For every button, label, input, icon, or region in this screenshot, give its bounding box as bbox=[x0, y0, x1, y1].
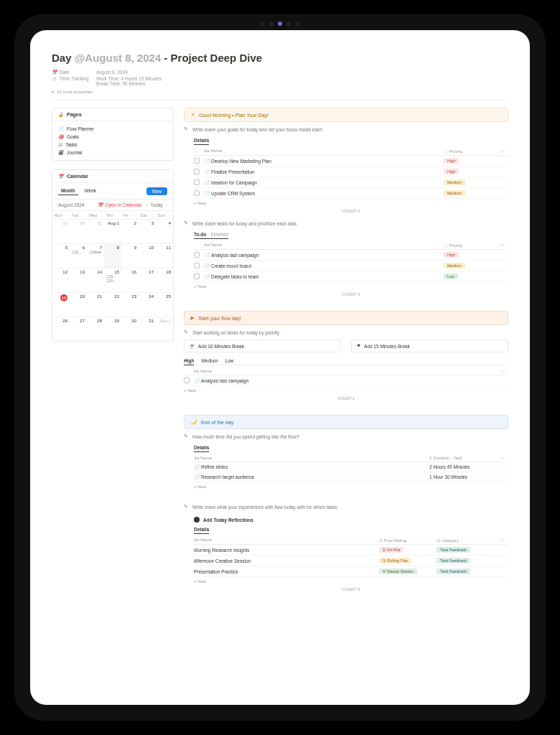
view-tab[interactable]: To-do bbox=[194, 232, 207, 237]
cal-day[interactable]: Aug 1 bbox=[104, 219, 121, 243]
cal-day[interactable]: 10 bbox=[139, 243, 156, 268]
checkbox[interactable] bbox=[194, 273, 200, 279]
check-icon bbox=[58, 142, 62, 147]
tab-month[interactable]: Month bbox=[58, 187, 78, 195]
view-tab[interactable]: Details bbox=[194, 527, 209, 532]
table-row[interactable]: Create mood board Medium bbox=[194, 261, 508, 271]
new-row[interactable]: + New bbox=[194, 482, 508, 491]
cal-day[interactable]: 15❑ D...❑ D... bbox=[104, 268, 121, 292]
cal-day[interactable]: 5 bbox=[52, 243, 70, 268]
table-row[interactable]: Research target audience1 Hour 30 Minute… bbox=[194, 472, 508, 482]
calendar-icon bbox=[58, 174, 63, 179]
add-10-break-button[interactable]: Add 10 Minutes Break bbox=[184, 340, 341, 352]
table-row[interactable]: Presentation Practice 4: Steady Stream T… bbox=[194, 566, 508, 577]
table-row[interactable]: Update CRM System Medium bbox=[194, 188, 508, 199]
meta-time-tracking: ◷Time Tracking Work Time: 4 Hours 15 Min… bbox=[52, 76, 508, 86]
cal-day[interactable]: 21 bbox=[87, 292, 104, 317]
more-properties[interactable]: ▾12 more properties bbox=[52, 88, 508, 95]
view-tab[interactable]: Finished bbox=[211, 232, 229, 237]
cal-day[interactable]: 6❑ D... bbox=[70, 243, 87, 268]
view-tab[interactable]: Details bbox=[194, 445, 209, 450]
step-flow: Start working on tasks for today by prio… bbox=[184, 329, 508, 335]
checkbox[interactable] bbox=[194, 179, 200, 185]
cal-day[interactable]: 17 bbox=[139, 268, 156, 292]
cal-day[interactable]: 12 bbox=[52, 268, 70, 292]
cal-day[interactable]: 7❑ Deve bbox=[87, 243, 104, 268]
sidebar-item-goals[interactable]: Goals bbox=[58, 133, 167, 141]
sidebar-item-tasks[interactable]: Tasks bbox=[58, 141, 167, 149]
new-row[interactable]: + New bbox=[194, 199, 508, 207]
checkbox[interactable] bbox=[194, 252, 200, 258]
page-icon bbox=[194, 464, 199, 469]
new-row[interactable]: + New bbox=[194, 577, 508, 586]
cal-day[interactable]: 26 bbox=[52, 317, 70, 341]
table-row[interactable]: Refine slides2 Hours 45 Minutes bbox=[194, 462, 508, 472]
cal-day[interactable]: 25 bbox=[156, 292, 173, 317]
add-icon bbox=[194, 517, 200, 523]
cal-day[interactable]: Sep 1 bbox=[156, 317, 173, 341]
tablet-frame: Day @August 8, 2024 - Project Deep Dive … bbox=[14, 14, 546, 721]
table-row[interactable]: Afternoon Creative Session 3: Rolling Ti… bbox=[194, 556, 508, 566]
cal-day[interactable]: 30 bbox=[70, 219, 87, 243]
checkbox[interactable] bbox=[194, 190, 200, 196]
table-row[interactable]: Develop New Marketing Plan High bbox=[194, 156, 508, 167]
prev-arrow[interactable]: ‹ bbox=[146, 202, 147, 207]
cal-day[interactable]: 3 bbox=[139, 219, 156, 243]
today-button[interactable]: Today bbox=[150, 202, 162, 207]
page-icon bbox=[204, 253, 209, 258]
checkbox[interactable] bbox=[184, 378, 190, 383]
cal-day[interactable]: 13 bbox=[70, 268, 87, 292]
cal-day-selected[interactable]: 8 bbox=[104, 243, 121, 268]
next-arrow[interactable]: › bbox=[166, 202, 167, 207]
table-row[interactable]: Ideation for Campaign Medium bbox=[194, 177, 508, 188]
tablet-camera-bar bbox=[261, 22, 299, 26]
cal-day[interactable]: 24 bbox=[139, 292, 156, 317]
cal-day[interactable]: 27 bbox=[70, 317, 87, 341]
cal-day[interactable]: 2 bbox=[121, 219, 139, 243]
table-row[interactable]: Analysis last campaign High bbox=[194, 250, 508, 261]
cal-day[interactable]: 18 bbox=[156, 268, 173, 292]
tab-low[interactable]: Low bbox=[225, 358, 234, 363]
cal-day[interactable]: 14 bbox=[87, 268, 104, 292]
new-row[interactable]: + New bbox=[184, 386, 508, 395]
cal-day[interactable]: 4 bbox=[156, 219, 173, 243]
cal-day[interactable]: 23 bbox=[121, 292, 139, 317]
checkbox[interactable] bbox=[194, 169, 200, 174]
cal-day[interactable]: 11 bbox=[156, 243, 173, 268]
new-button[interactable]: New bbox=[146, 187, 167, 195]
add-15-break-button[interactable]: Add 15 Minutes Break bbox=[351, 340, 508, 352]
table-row[interactable]: Analysis last campaign bbox=[184, 375, 508, 386]
table-row[interactable]: Delegate tasks to team Low bbox=[194, 271, 508, 282]
cal-day[interactable]: 29 bbox=[104, 317, 121, 341]
calendar-month-label: August 2024 bbox=[58, 202, 85, 207]
tab-high[interactable]: High bbox=[184, 358, 194, 365]
cal-day[interactable]: 31 bbox=[139, 317, 156, 341]
tab-week[interactable]: Week bbox=[82, 187, 100, 195]
banner-end: End of the day bbox=[184, 415, 508, 429]
page-icon bbox=[58, 126, 63, 131]
table-row[interactable]: Morning Research Insights 2: On Fire Tas… bbox=[194, 545, 508, 556]
play-icon bbox=[190, 315, 194, 321]
step-goals: Write down your goals for today and set … bbox=[184, 126, 508, 132]
sidebar-item-journal[interactable]: Journal bbox=[58, 149, 167, 156]
divider bbox=[52, 100, 508, 100]
cal-day[interactable]: 9 bbox=[121, 243, 139, 268]
cal-day[interactable]: 28 bbox=[87, 317, 104, 341]
cal-day[interactable]: 20 bbox=[70, 292, 87, 317]
view-tab[interactable]: Details bbox=[194, 138, 209, 143]
cal-day[interactable]: 16 bbox=[121, 268, 139, 292]
table-row[interactable]: Finalize Presentation High bbox=[194, 167, 508, 177]
open-in-calendar[interactable]: Open in Calendar bbox=[98, 202, 141, 207]
sidebar-item-flow-planner[interactable]: Flow Planner bbox=[58, 125, 167, 133]
cal-day[interactable]: 29 bbox=[52, 219, 70, 243]
add-reflections-button[interactable]: Add Today Reflections bbox=[194, 514, 508, 525]
new-row[interactable]: + New bbox=[194, 282, 508, 291]
cal-day[interactable]: 30 bbox=[121, 317, 139, 341]
target-icon bbox=[58, 134, 63, 139]
checkbox[interactable] bbox=[194, 158, 200, 164]
cal-day[interactable]: 31 bbox=[87, 219, 104, 243]
cal-day[interactable]: 19 bbox=[52, 292, 70, 317]
tab-medium[interactable]: Medium bbox=[201, 358, 218, 363]
checkbox[interactable] bbox=[194, 263, 200, 268]
cal-day[interactable]: 22 bbox=[104, 292, 121, 317]
